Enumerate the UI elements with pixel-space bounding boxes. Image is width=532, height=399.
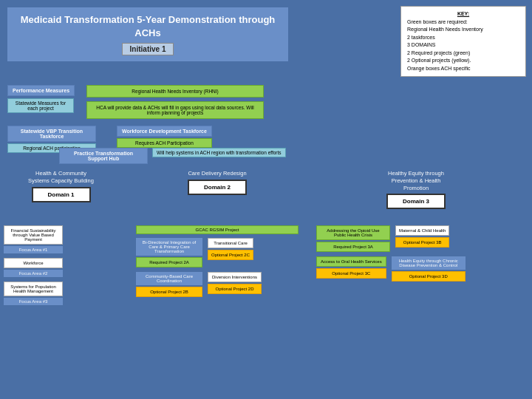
addr-opioid-box: Addressing the Opioid Use Public Health … — [316, 225, 390, 240]
statewide-vbp-label: Statewide VBP Transition Taskforce — [7, 126, 96, 142]
opt-3c: Optional Project 3C — [316, 268, 386, 279]
practice-hub-section: Practice Transformation Support Hub Will… — [59, 148, 286, 164]
domain2-header: Care Delivery Redesign — [188, 170, 246, 177]
gcac-box: GCAC RGSIM Project — [136, 225, 299, 234]
domain1-projects: Financial Sustainability through Value B… — [4, 225, 118, 305]
key-title: KEY: — [407, 10, 519, 18]
sys-pop-box: Systems for Population Health Management — [4, 282, 63, 296]
domain3-block: Healthy Equity through Prevention & Heal… — [316, 170, 516, 209]
practice-hub-label: Practice Transformation Support Hub — [59, 148, 148, 164]
domain2-projects: GCAC RGSIM Project Bi-Directional Integr… — [136, 225, 299, 305]
focus3-label: Focus Area #3 — [4, 298, 63, 305]
key-line-5: 2 Required projects (green) — [407, 50, 519, 58]
opt-2d: Optional Project 2D — [208, 284, 262, 294]
req-2a: Required Project 2A — [136, 257, 202, 267]
projects-area: Financial Sustainability through Value B… — [4, 225, 528, 305]
key-box: KEY: Green boxes are required: Regional … — [400, 6, 526, 77]
domain2-label: Domain 2 — [188, 180, 247, 195]
access-oral-box: Access to Oral Health Services — [316, 256, 386, 267]
domain3-label: Domain 3 — [386, 194, 446, 209]
key-line-1: Green boxes are required: — [407, 18, 519, 27]
fin-sust-box: Financial Sustainability through Value B… — [4, 225, 63, 245]
key-line-3: 2 taskforces — [407, 34, 519, 42]
key-line-7: Orange boxes ACH specific — [407, 65, 519, 73]
opt-2b: Optional Project 2B — [136, 287, 202, 297]
health-eq-box: Health Equity through Chronic Disease Pr… — [392, 256, 466, 270]
will-help-label: Will help systems in ACH region with tra… — [152, 148, 286, 157]
req-3a: Required Project 3A — [316, 242, 390, 252]
domain1-label: Domain 1 — [32, 187, 91, 202]
domains-row: Health & Community Systems Capacity Buil… — [4, 170, 528, 209]
wfd-label: Workforce Development Taskforce — [117, 126, 212, 137]
opt-3d: Optional Project 3D — [392, 271, 466, 282]
trans-box: Transitional Care — [208, 238, 253, 248]
rhni-block: Regional Health Needs Inventory (RHNI) H… — [86, 85, 264, 119]
div-int-box: Diversion Interventions — [208, 272, 262, 282]
rhni-box: Regional Health Needs Inventory (RHNI) — [86, 85, 264, 98]
domain1-header: Health & Community Systems Capacity Buil… — [28, 170, 95, 185]
main-title-area: Medicaid Transformation 5-Year Demonstra… — [7, 7, 288, 61]
mat-child-box: Maternal & Child Health — [395, 225, 449, 236]
wfd-block: Workforce Development Taskforce Requires… — [117, 126, 212, 148]
comm-box: Community-Based Care Coordination — [136, 272, 202, 285]
requires-acr: Requires ACH Participation — [117, 138, 212, 148]
domain2-block: Care Delivery Redesign Domain 2 — [136, 170, 299, 195]
perf-measures-label: Performance Measures — [7, 85, 75, 96]
opt-3b: Optional Project 3B — [395, 237, 449, 248]
initiative-badge: Initiative 1 — [122, 43, 174, 55]
hca-box: HCA will provide data & ACHs will fill i… — [86, 101, 264, 119]
domain3-header: Healthy Equity through Prevention & Heal… — [383, 170, 449, 191]
focus1-label: Focus Area #1 — [4, 246, 63, 253]
key-line-6: 2 Optional projects (yellow). — [407, 57, 519, 65]
main-title: Medicaid Transformation 5-Year Demonstra… — [16, 13, 279, 40]
statewide-measures: Statewide Measures for each project — [7, 98, 74, 113]
workforce-box: Workforce — [4, 258, 63, 268]
key-line-2: Regional Health Needs Inventory — [407, 26, 519, 34]
opt-2c: Optional Project 2C — [208, 250, 253, 260]
perf-measures-block: Performance Measures Statewide Measures … — [7, 85, 75, 113]
taskforce-section: Performance Measures Statewide Measures … — [7, 85, 517, 119]
bi-dir-box: Bi-Directional Integration of Care & Pri… — [136, 238, 202, 256]
key-line-4: 3 DOMAINS — [407, 41, 519, 50]
focus2-label: Focus Area #2 — [4, 270, 63, 277]
domain3-projects: Addressing the Opioid Use Public Health … — [316, 225, 516, 305]
domain1-block: Health & Community Systems Capacity Buil… — [4, 170, 118, 202]
